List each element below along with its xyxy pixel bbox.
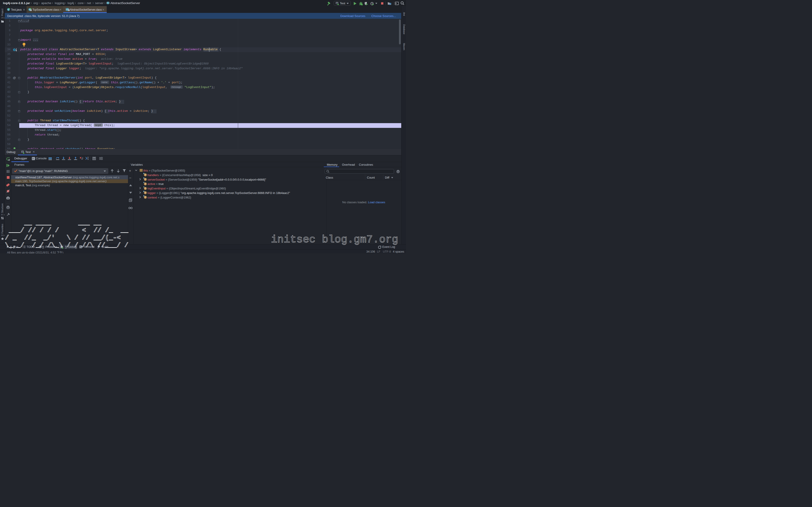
svg-text:C: C	[67, 8, 68, 11]
svg-text:C: C	[107, 2, 108, 4]
